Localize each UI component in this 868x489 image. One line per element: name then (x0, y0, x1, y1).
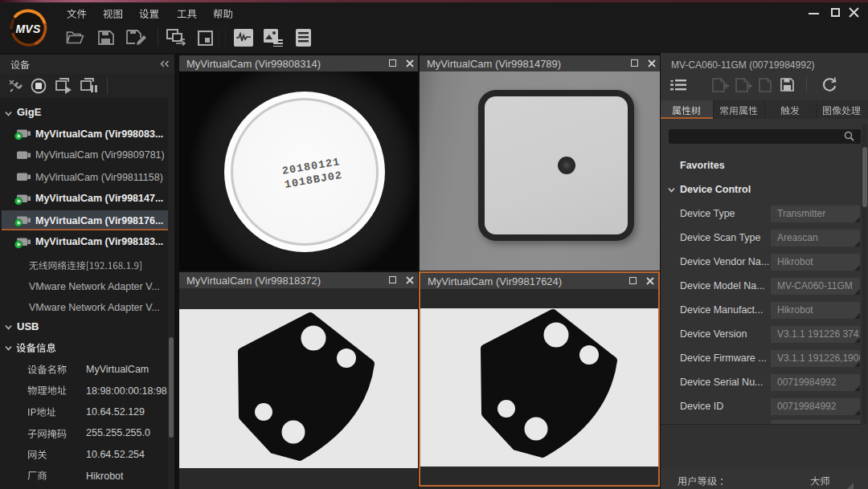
svg-text:MVS: MVS (15, 22, 41, 35)
